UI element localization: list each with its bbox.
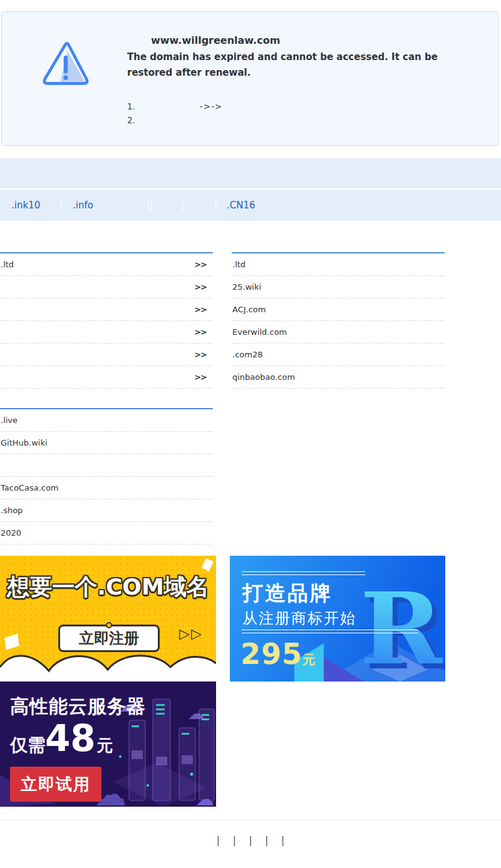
double-arrow-icon: >> [194, 350, 213, 359]
page: www.willgreenlaw.com The domain has expi… [0, 0, 501, 868]
domain-label: ACJ.com [232, 305, 266, 314]
domain-label: .ltd [0, 260, 14, 269]
domain-label: Everwild.com [232, 327, 287, 337]
domain-list-right: .ltd 25.wiki ACJ.com Everwild.com .com28… [232, 252, 445, 389]
list-item[interactable]: >> [0, 299, 213, 321]
ad-banner-com-domain[interactable]: 想要一个.COM域名 立即注册 ▷▷ [0, 556, 216, 681]
list-item[interactable]: >> [0, 366, 213, 389]
nav-item-info[interactable]: .info [73, 190, 93, 221]
list-number: 1. [127, 100, 138, 113]
list-item[interactable]: >> [0, 344, 213, 366]
notice-instruction-2: 2. [127, 113, 222, 127]
double-arrow-icon: >> [194, 327, 213, 337]
list-item[interactable]: .shop [0, 499, 213, 522]
paper-scrap-decoration [202, 558, 214, 571]
paper-scrap-decoration [4, 634, 19, 650]
ad-banner-cloud-server[interactable]: ☁ ☁ ☁ ☁ 高性能云服务器 仅需 48 元 立即试用 [0, 682, 216, 807]
ad-title: 想要一个.COM域名 [0, 572, 216, 603]
domain-label: .com28 [232, 350, 262, 359]
notice-instruction-1: 1. ->-> [127, 100, 222, 113]
list-item[interactable]: .ltd >> [0, 253, 213, 276]
double-arrow-icon: >> [194, 372, 213, 382]
list-item[interactable]: >> [0, 321, 213, 344]
list-item[interactable]: .live [0, 409, 213, 432]
price-prefix: 仅需 [10, 733, 45, 757]
ad-banner-trademark[interactable]: R R 打造品牌 从注册商标开始 295元 [230, 556, 445, 682]
list-item[interactable]: .ltd [232, 253, 445, 276]
register-now-label: 立即注册 [79, 630, 139, 647]
list-item[interactable] [0, 454, 213, 477]
nav-separator: | [214, 190, 217, 221]
footer-link-separators: | | | | | [0, 835, 501, 846]
double-arrow-icon: >> [194, 282, 213, 292]
double-line-decoration [242, 571, 365, 575]
list-item[interactable]: 25.wiki [232, 276, 445, 299]
nav-separator: | [59, 190, 63, 221]
list-item[interactable]: GitHub.wiki [0, 432, 213, 454]
double-triangle-arrow-icon: ▷▷ [179, 626, 203, 641]
domain-label: qinbaobao.com [232, 372, 295, 382]
nav-item-cn16[interactable]: .CN16 [227, 190, 256, 221]
price: 仅需 48 元 [10, 720, 113, 757]
list-item[interactable]: Everwild.com [232, 321, 445, 344]
price-unit: 元 [302, 652, 315, 667]
double-arrow-icon: >> [194, 260, 213, 269]
price-value: 295 [240, 637, 302, 671]
domain-label: .ltd [232, 260, 245, 269]
price-unit: 元 [97, 735, 113, 757]
list-item[interactable]: >> [0, 276, 213, 299]
domain-label: 2020 [0, 528, 21, 538]
footer-divider [0, 820, 501, 820]
header-band [0, 158, 501, 188]
svg-text:☁: ☁ [188, 704, 204, 723]
price-value: 48 [45, 720, 96, 757]
notice-instructions: 1. ->-> 2. [127, 100, 222, 127]
ad-subtitle: 从注册商标开始 [242, 608, 356, 628]
nav-separator: | [181, 190, 184, 221]
domain-label: .shop [0, 506, 23, 515]
domain-list-left-2: .live GitHub.wiki TacoCasa.com .shop 202… [0, 408, 213, 544]
button-dot-decoration [106, 622, 112, 628]
domain-expired-notice: www.willgreenlaw.com The domain has expi… [1, 11, 498, 146]
price: 295元 [240, 637, 315, 671]
ad-title: 打造品牌 [242, 580, 333, 608]
nav-item-ink10[interactable]: .ink10 [11, 190, 40, 221]
svg-text:☁: ☁ [195, 788, 214, 807]
expired-message: The domain has expired and cannot be acc… [127, 49, 465, 81]
expired-domain-name: www.willgreenlaw.com [151, 34, 280, 46]
list-item[interactable]: ACJ.com [232, 299, 445, 321]
domain-label: 25.wiki [232, 282, 261, 292]
warning-triangle-icon [36, 37, 94, 92]
list-text: ->-> [200, 100, 222, 113]
list-item[interactable]: qinbaobao.com [232, 366, 445, 389]
nav-bar: .ink10 | .info | | | | .CN16 [0, 190, 501, 221]
list-item[interactable]: 2020 [0, 522, 213, 544]
list-item[interactable]: TacoCasa.com [0, 477, 213, 499]
domain-label: .live [0, 416, 18, 425]
nav-separator: | [150, 190, 153, 221]
try-now-button[interactable]: 立即试用 [10, 767, 101, 802]
svg-text:R: R [360, 571, 443, 682]
ad-title: 高性能云服务器 [10, 694, 146, 720]
list-item[interactable]: .com28 [232, 344, 445, 366]
double-line-decoration [242, 630, 418, 633]
domain-label: TacoCasa.com [0, 483, 59, 493]
domain-label: GitHub.wiki [0, 438, 48, 447]
list-number: 2. [127, 113, 138, 127]
double-arrow-icon: >> [194, 305, 213, 314]
domain-list-left: .ltd >> >> >> >> >> >> [0, 252, 213, 389]
cloud-scallop-decoration [0, 648, 216, 681]
